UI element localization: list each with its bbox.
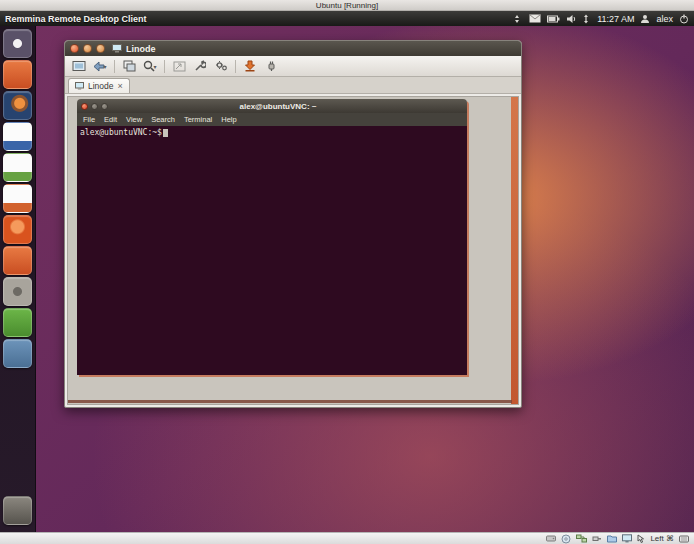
- terminal-close-button[interactable]: [81, 103, 88, 110]
- display-icon[interactable]: [622, 534, 632, 543]
- terminal-menubar: File Edit View Search Terminal Help: [77, 113, 467, 126]
- keyboard-state-icon: [679, 535, 689, 543]
- terminal-minimize-button[interactable]: [91, 103, 98, 110]
- trash-icon[interactable]: [3, 496, 32, 525]
- tools-icon[interactable]: [211, 58, 231, 75]
- screenshot-icon[interactable]: [240, 58, 260, 75]
- toggle-fullscreen-icon[interactable]: [69, 58, 89, 75]
- usb-icon[interactable]: [592, 534, 602, 543]
- remmina-window-icon: [112, 44, 122, 53]
- battery-icon[interactable]: [547, 15, 560, 23]
- mail-icon[interactable]: [529, 14, 541, 23]
- menu-file[interactable]: File: [83, 115, 95, 124]
- remote-desktop-bottom-strip: [68, 400, 512, 403]
- tab-monitor-icon: [75, 82, 84, 90]
- mouse-integration-icon[interactable]: [637, 534, 645, 544]
- desktop: Linode ▾ ▾: [0, 26, 694, 532]
- home-folder-icon[interactable]: [3, 60, 32, 89]
- zoom-icon[interactable]: ▾: [140, 58, 160, 75]
- duplicate-window-icon[interactable]: [119, 58, 139, 75]
- tab-close-icon[interactable]: ×: [118, 82, 123, 91]
- menu-search[interactable]: Search: [151, 115, 175, 124]
- remmina-window: Linode ▾ ▾: [64, 40, 522, 408]
- dash-icon[interactable]: [3, 29, 32, 58]
- workspace-switcher-icon[interactable]: [3, 339, 32, 368]
- disconnect-icon[interactable]: [261, 58, 281, 75]
- vbox-statusbar: Left ⌘: [0, 532, 694, 544]
- indicator-area: 11:27 AM alex: [512, 14, 689, 24]
- network-icon[interactable]: [512, 14, 523, 24]
- toolbar-separator: [235, 60, 236, 73]
- terminal-body[interactable]: alex@ubuntuVNC:~$: [77, 126, 467, 375]
- shared-folders-icon[interactable]: [607, 534, 617, 543]
- network-icon[interactable]: [576, 534, 587, 543]
- terminal-titlebar[interactable]: alex@ubuntuVNC: ~: [77, 99, 467, 113]
- active-app-title[interactable]: Remmina Remote Desktop Client: [5, 14, 147, 24]
- username-label[interactable]: alex: [656, 14, 673, 24]
- vbox-window-title: Ubuntu [Running]: [316, 1, 378, 10]
- navigate-back-icon[interactable]: ▾: [90, 58, 110, 75]
- scaled-mode-icon[interactable]: [169, 58, 189, 75]
- remmina-icon[interactable]: [3, 308, 32, 337]
- terminal-prompt: alex@ubuntuVNC:~$: [80, 128, 162, 137]
- libreoffice-impress-icon[interactable]: [3, 184, 32, 213]
- power-icon[interactable]: [679, 14, 689, 24]
- terminal-cursor: [163, 129, 168, 137]
- ubuntu-one-icon[interactable]: [3, 246, 32, 275]
- top-panel: Remmina Remote Desktop Client 11:27 AM a…: [0, 11, 694, 26]
- menu-help[interactable]: Help: [221, 115, 236, 124]
- window-close-button[interactable]: [70, 44, 79, 53]
- sync-arrows-icon[interactable]: [583, 14, 591, 24]
- tab-label: Linode: [88, 81, 114, 91]
- remote-wallpaper-edge: [511, 97, 518, 404]
- libreoffice-writer-icon[interactable]: [3, 122, 32, 151]
- remmina-toolbar: ▾ ▾: [65, 56, 521, 77]
- optical-disc-icon[interactable]: [561, 534, 571, 544]
- terminal-title: alex@ubuntuVNC: ~: [111, 102, 445, 111]
- remote-desktop-view[interactable]: alex@ubuntuVNC: ~ File Edit View Search …: [67, 96, 519, 405]
- toolbar-separator: [164, 60, 165, 73]
- virtualbox-window: Ubuntu [Running] Remmina Remote Desktop …: [0, 0, 694, 544]
- window-minimize-button[interactable]: [83, 44, 92, 53]
- remmina-titlebar[interactable]: Linode: [65, 41, 521, 56]
- remmina-tabbar: Linode ×: [65, 77, 521, 94]
- unity-launcher: [0, 26, 36, 532]
- menu-terminal[interactable]: Terminal: [184, 115, 212, 124]
- vbox-titlebar: Ubuntu [Running]: [0, 0, 694, 11]
- terminal-maximize-button[interactable]: [101, 103, 108, 110]
- preferences-icon[interactable]: [190, 58, 210, 75]
- window-maximize-button[interactable]: [96, 44, 105, 53]
- ubuntu-software-center-icon[interactable]: [3, 215, 32, 244]
- system-settings-icon[interactable]: [3, 277, 32, 306]
- terminal-window: alex@ubuntuVNC: ~ File Edit View Search …: [77, 99, 467, 375]
- clock[interactable]: 11:27 AM: [597, 14, 634, 24]
- volume-icon[interactable]: [566, 14, 577, 24]
- host-key-label: Left ⌘: [650, 534, 674, 543]
- tab-linode[interactable]: Linode ×: [68, 78, 130, 93]
- libreoffice-calc-icon[interactable]: [3, 153, 32, 182]
- remmina-window-title: Linode: [126, 44, 156, 54]
- menu-edit[interactable]: Edit: [104, 115, 117, 124]
- toolbar-separator: [114, 60, 115, 73]
- harddisk-icon[interactable]: [546, 534, 556, 543]
- menu-view[interactable]: View: [126, 115, 142, 124]
- firefox-icon[interactable]: [3, 91, 32, 120]
- user-icon[interactable]: [640, 14, 650, 24]
